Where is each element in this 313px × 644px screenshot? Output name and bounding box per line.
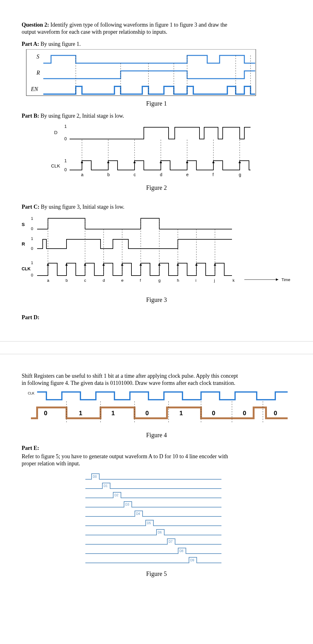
fig2-tick-a: a bbox=[81, 172, 84, 177]
fig1-s-label: S bbox=[36, 54, 39, 60]
question-text-2: output waveform for each case with prope… bbox=[22, 29, 291, 35]
fig2-tick-d: d bbox=[160, 172, 162, 177]
fig2-d-1: 1 bbox=[64, 124, 67, 129]
fig3-r1: 1 bbox=[31, 236, 33, 241]
partd-text1: Shift Registers can be useful to shift 1… bbox=[22, 373, 291, 379]
part-a-line: Part A: By using figure 1. bbox=[22, 41, 291, 47]
fig3-tick-h: h bbox=[177, 278, 179, 283]
part-c-line: Part C: By using figure 3, Initial stage… bbox=[22, 204, 291, 210]
fig3-tick-a: a bbox=[47, 278, 49, 283]
fig5-d6: D6 bbox=[158, 531, 162, 534]
part-e-label: Part E: bbox=[22, 445, 39, 451]
fig3-r0: 0 bbox=[31, 246, 33, 251]
figure-1-caption: Figure 1 bbox=[22, 100, 291, 107]
fig4-clk-label: CLK bbox=[28, 391, 35, 395]
fig3-time-label: Time bbox=[281, 277, 290, 282]
figure-3-caption: Figure 3 bbox=[22, 296, 291, 303]
part-a-text: By using figure 1. bbox=[39, 41, 81, 47]
part-a-label: Part A: bbox=[22, 41, 39, 47]
fig4-bit-5: 0 bbox=[212, 410, 215, 416]
fig3-tick-k: k bbox=[233, 278, 235, 283]
fig3-tick-i: i bbox=[195, 278, 196, 283]
fig3-tick-j: j bbox=[214, 278, 215, 283]
fig3-c0: 0 bbox=[31, 273, 33, 277]
fig2-tick-b: b bbox=[107, 172, 110, 177]
fig3-tick-e: e bbox=[121, 278, 123, 283]
fig2-tick-e: e bbox=[186, 172, 189, 177]
part-b-label: Part B: bbox=[22, 113, 39, 119]
fig4-bit-1: 1 bbox=[79, 410, 82, 416]
question-text-1: Identify given type of following wavefor… bbox=[49, 22, 227, 28]
fig3-s-label: S bbox=[22, 222, 25, 227]
fig3-tick-f: f bbox=[140, 278, 141, 283]
fig3-tick-g: g bbox=[158, 278, 161, 283]
fig2-d-0: 0 bbox=[64, 136, 67, 141]
fig5-d5: D5 bbox=[147, 521, 151, 525]
figure-5-caption: Figure 5 bbox=[22, 570, 291, 577]
fig4-bit-3: 0 bbox=[145, 410, 149, 416]
fig5-d8: D8 bbox=[179, 549, 183, 553]
fig2-tick-g: g bbox=[239, 172, 241, 177]
part-b-line: Part B: By using figure 2, Initial stage… bbox=[22, 113, 291, 119]
part-d-line: Part D: bbox=[22, 314, 291, 321]
fig4-bit-0: 0 bbox=[44, 410, 47, 416]
fig3-s1: 1 bbox=[31, 216, 33, 221]
partd-text2: in following figure 4. The given data is… bbox=[22, 380, 291, 386]
fig2-d-label: D bbox=[54, 130, 58, 135]
question-heading: Question 2: Identify given type of follo… bbox=[22, 22, 291, 28]
svg-rect-0 bbox=[26, 49, 256, 96]
fig1-en-label: EN bbox=[31, 86, 38, 92]
fig3-tick-c: c bbox=[84, 278, 86, 283]
figure-1-svg: S R EN bbox=[22, 49, 257, 99]
page-gap bbox=[0, 341, 313, 354]
fig5-d3: D3 bbox=[125, 503, 129, 506]
fig2-clk-label: CLK bbox=[51, 163, 60, 168]
figure-5-svg: D0 D1 D2 D3 D4 D5 D6 D7 D8 D9 bbox=[79, 470, 234, 569]
fig2-clk-1: 1 bbox=[64, 158, 67, 163]
fig5-d2: D2 bbox=[114, 494, 118, 497]
figure-4-svg: CLK 0 1 1 0 1 0 0 0 bbox=[22, 389, 291, 426]
fig3-s0: 0 bbox=[31, 226, 33, 231]
part-d-label: Part D: bbox=[22, 314, 39, 320]
fig3-tick-b: b bbox=[66, 278, 68, 283]
fig5-d4: D4 bbox=[136, 512, 140, 516]
fig3-c1: 1 bbox=[31, 260, 33, 265]
fig4-bit-6: 0 bbox=[243, 410, 246, 416]
fig4-bit-7: 0 bbox=[274, 410, 277, 416]
part-c-label: Part C: bbox=[22, 204, 39, 210]
fig3-clk-label: CLK bbox=[22, 266, 31, 271]
question-num: Question 2: bbox=[22, 22, 49, 28]
figure-2-caption: Figure 2 bbox=[22, 184, 291, 191]
figure-4-caption: Figure 4 bbox=[22, 432, 291, 439]
fig2-tick-f: f bbox=[212, 172, 214, 177]
fig1-r-label: R bbox=[36, 70, 40, 76]
parte-text1: Refer to figure 5; you have to generate … bbox=[22, 453, 291, 460]
fig2-clk-0: 0 bbox=[64, 167, 67, 172]
fig3-r-label: R bbox=[22, 241, 25, 246]
fig5-d9: D9 bbox=[190, 559, 194, 562]
fig3-tick-d: d bbox=[103, 278, 105, 283]
fig2-tick-c: c bbox=[134, 172, 136, 177]
fig4-bit-2: 1 bbox=[111, 410, 115, 416]
fig5-d7: D7 bbox=[169, 540, 173, 543]
figure-2-svg: D 1 0 CLK 1 0 a b c d e f g bbox=[46, 121, 269, 183]
figure-3-svg: S 1 0 R 1 0 CLK 1 0 a b c d e f g h i j … bbox=[22, 212, 291, 293]
part-e-line: Part E: bbox=[22, 445, 291, 451]
parte-text2: proper relation with input. bbox=[22, 460, 291, 467]
part-c-text: By using figure 3, Initial stage is low. bbox=[39, 204, 124, 210]
fig5-d1: D1 bbox=[104, 484, 108, 488]
part-b-text: By using figure 2, Initial stage is low. bbox=[39, 113, 124, 119]
fig4-bit-4: 1 bbox=[179, 410, 183, 416]
fig5-d0: D0 bbox=[93, 475, 97, 478]
